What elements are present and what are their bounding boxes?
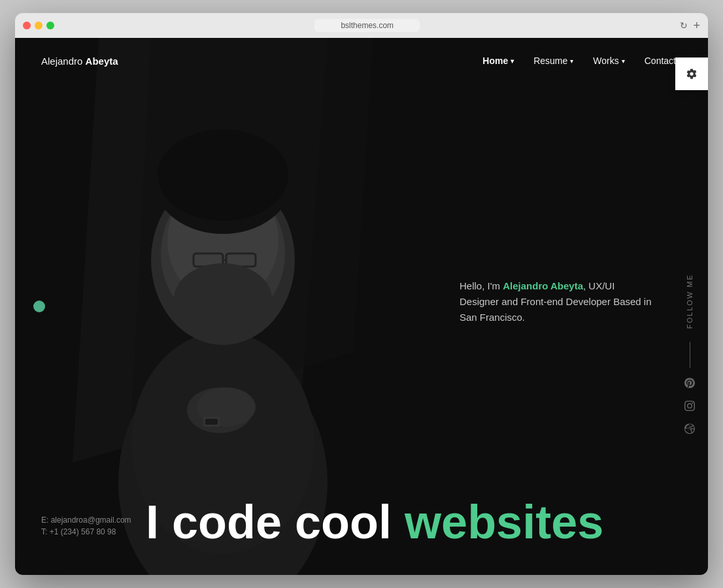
- brand-logo[interactable]: Alejandro Abeyta: [41, 56, 118, 67]
- navbar: Alejandro Abeyta Home ▾ Resume ▾ Works ▾…: [15, 38, 708, 84]
- intro-prefix: Hello, I'm: [460, 280, 503, 291]
- pinterest-icon[interactable]: [684, 378, 695, 391]
- nav-label-resume: Resume: [533, 56, 567, 66]
- dribbble-icon[interactable]: [684, 423, 695, 436]
- hero-intro-text: Hello, I'm Alejandro Abeyta, UX/UI Desig…: [460, 278, 656, 325]
- chevron-down-icon: ▾: [622, 57, 625, 65]
- phone-text: T: +1 (234) 567 80 98: [41, 527, 131, 536]
- tagline-highlight: websites: [405, 496, 603, 548]
- new-tab-button[interactable]: +: [693, 19, 700, 33]
- svg-point-11: [158, 129, 288, 221]
- brand-first: Alejandro: [41, 56, 86, 67]
- brand-last: Abeyta: [86, 56, 118, 67]
- big-tagline: I code cool websites: [146, 495, 669, 549]
- follow-label: Follow Me: [686, 274, 694, 329]
- browser-chrome: bslthemes.com ↻ +: [15, 13, 708, 38]
- browser-window: bslthemes.com ↻ + Alejandro Abeyta Home …: [15, 13, 708, 575]
- email-text: E: alejandroa@gmail.com: [41, 515, 131, 525]
- nav-label-works: Works: [593, 56, 618, 66]
- hero-intro-block: Hello, I'm Alejandro Abeyta, UX/UI Desig…: [460, 278, 656, 325]
- hero-photo: [15, 38, 431, 575]
- contact-info: E: alejandroa@gmail.com T: +1 (234) 567 …: [41, 515, 131, 539]
- active-indicator: [33, 301, 45, 312]
- svg-rect-19: [205, 419, 218, 425]
- site-content: Alejandro Abeyta Home ▾ Resume ▾ Works ▾…: [15, 38, 708, 575]
- refresh-icon[interactable]: ↻: [680, 20, 688, 31]
- follow-me-sidebar: Follow Me: [684, 274, 695, 436]
- traffic-lights: [23, 22, 54, 29]
- chevron-down-icon: ▾: [511, 57, 514, 65]
- maximize-button[interactable]: [46, 22, 54, 29]
- hero-name: Alejandro Abeyta: [503, 280, 583, 291]
- instagram-icon[interactable]: [684, 400, 695, 414]
- nav-label-contact: Contact: [645, 56, 676, 66]
- tagline-plain: I code cool: [146, 496, 405, 548]
- minimize-button[interactable]: [35, 22, 42, 29]
- chevron-down-icon: ▾: [570, 57, 573, 65]
- nav-links: Home ▾ Resume ▾ Works ▾ Contact ▾: [482, 56, 682, 66]
- address-bar: bslthemes.com: [59, 19, 675, 32]
- settings-button[interactable]: [675, 57, 708, 90]
- close-button[interactable]: [23, 22, 31, 29]
- svg-point-15: [174, 263, 272, 335]
- gear-icon: [686, 68, 698, 80]
- nav-label-home: Home: [482, 56, 508, 66]
- nav-link-home[interactable]: Home ▾: [482, 56, 514, 66]
- url-text[interactable]: bslthemes.com: [314, 19, 420, 32]
- person-silhouette: [15, 38, 431, 575]
- nav-link-resume[interactable]: Resume ▾: [533, 56, 573, 66]
- follow-line: [690, 342, 690, 368]
- nav-link-works[interactable]: Works ▾: [593, 56, 624, 66]
